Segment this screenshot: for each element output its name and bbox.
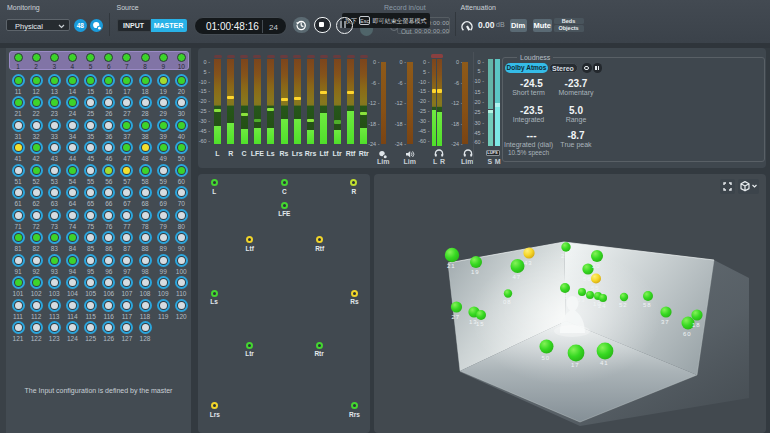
svg-text:47: 47: [513, 274, 521, 280]
svg-text:60: 60: [683, 331, 691, 337]
svg-text:50: 50: [542, 355, 550, 361]
svg-text:15: 15: [476, 321, 484, 327]
svg-text:17: 17: [571, 362, 579, 368]
svg-text:37: 37: [661, 319, 669, 325]
svg-text:20: 20: [592, 263, 600, 269]
svg-text:27: 27: [452, 314, 460, 320]
svg-text:58: 58: [643, 302, 651, 308]
svg-text:28: 28: [560, 294, 568, 300]
svg-text:41: 41: [600, 360, 608, 366]
svg-text:19: 19: [471, 269, 479, 275]
svg-text:21: 21: [447, 263, 455, 269]
svg-text:08: 08: [503, 299, 511, 305]
svg-text:63: 63: [577, 297, 585, 303]
svg-text:43: 43: [524, 260, 532, 266]
svg-text:52: 52: [619, 302, 627, 308]
svg-text:24: 24: [598, 303, 606, 309]
svg-text:18: 18: [692, 322, 700, 328]
svg-text:22: 22: [561, 253, 569, 259]
svg-text:55: 55: [591, 285, 599, 291]
svg-text:56: 56: [583, 276, 591, 282]
